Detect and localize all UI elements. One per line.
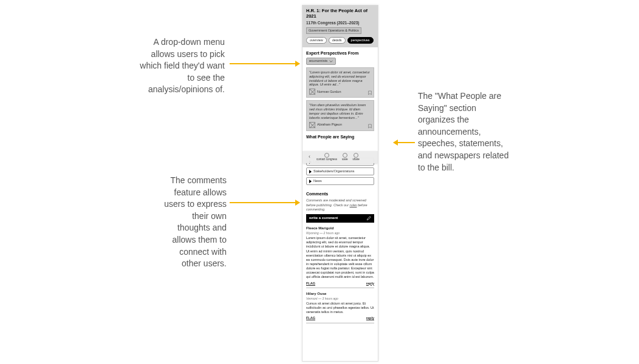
arrow-icon [230,63,299,64]
bookmark-icon[interactable] [368,124,372,129]
share-button[interactable]: share [353,153,360,161]
perspectives-dropdown[interactable]: economists [306,58,336,65]
comment-item: Hilary Ouse Vermont — 3 hours ago Cursus… [306,292,374,323]
comment-author: Fleece Marigold [306,226,374,231]
rules-link[interactable]: rules [350,203,357,207]
expert-quote: "Non diam phasellus vestibulum lorem sed… [309,103,371,120]
triangle-right-icon [309,180,312,183]
bill-header: H.R. 1: For the People Act of 2021 117th… [302,5,378,47]
back-button[interactable]: ‹ [309,153,310,161]
reply-link[interactable]: reply [366,281,374,286]
saying-heading: What People are Saying [306,134,374,140]
expert-name: Norman Gordon [317,90,341,94]
contact-congress-button[interactable]: contact congress [316,153,337,161]
comments-note: Comments are moderated and screened befo… [306,198,374,211]
expert-card[interactable]: "Lorem ipsum dolor sit amet, consectetur… [306,67,374,98]
comment-meta: Wyoming — 2 hours ago [306,231,374,235]
reply-link[interactable]: reply [366,316,374,320]
dropdown-value: economists [309,59,327,64]
comment-body: Cursus sit amet dictum sit amet justo. E… [306,302,374,314]
avatar-placeholder-icon [309,122,315,128]
comments-heading: Comments [306,191,374,197]
write-comment-button[interactable]: write a comment [306,214,374,223]
circle-icon [324,153,329,158]
annotation-dropdown: A drop-down menu allows users to pick wh… [140,36,225,96]
mobile-mockup: H.R. 1: For the People Act of 2021 117th… [302,5,378,362]
comment-meta: Vermont — 3 hours ago [306,297,374,301]
tab-bar: overview details perspectives [306,37,374,44]
comments-section: Comments Comments are moderated and scre… [302,188,378,326]
chevron-down-icon [329,59,333,63]
tab-overview[interactable]: overview [306,37,327,44]
tab-details[interactable]: details [329,37,346,44]
comment-item: Fleece Marigold Wyoming — 2 hours ago Lo… [306,226,374,288]
annotation-saying: The "What People are Saying" section org… [418,90,512,174]
floating-action-bar: ‹ contact congress save share [302,151,378,163]
flag-link[interactable]: FLAG [306,281,315,286]
saying-row-stakeholders[interactable]: Stakeholders/Organizations [306,167,374,175]
flag-link[interactable]: FLAG [306,316,315,320]
circle-icon [354,153,358,158]
perspectives-section: Expert Perspectives From economists "Lor… [302,47,378,134]
triangle-right-icon [309,170,312,174]
expert-name: Abraham Pigeon [317,123,342,127]
avatar-placeholder-icon [309,89,315,95]
pencil-icon [366,216,371,221]
annotation-comments: The comments feature allows users to exp… [160,175,227,270]
bookmark-icon[interactable] [368,90,372,95]
saying-row-news[interactable]: News [306,177,374,185]
comment-body: Lorem ipsum dolor sit amet, consectetur … [306,236,374,279]
perspectives-heading: Expert Perspectives From [306,50,374,56]
arrow-icon [394,142,415,143]
tab-perspectives[interactable]: perspectives [347,37,374,44]
category-chip: Government Operations & Politics [306,27,361,34]
congress-label: 117th Congress (2021–2023) [306,21,374,25]
expert-card[interactable]: "Non diam phasellus vestibulum lorem sed… [306,100,374,131]
save-button[interactable]: save [342,153,348,161]
expert-quote: "Lorem ipsum dolor sit amet, consectetur… [309,70,371,87]
arrow-icon [230,202,299,203]
bill-title: H.R. 1: For the People Act of 2021 [306,8,374,19]
comment-author: Hilary Ouse [306,292,374,297]
circle-icon [343,153,347,158]
